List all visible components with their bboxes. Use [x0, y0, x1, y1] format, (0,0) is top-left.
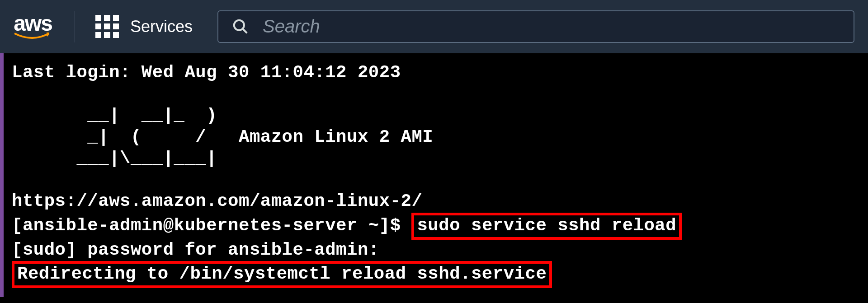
terminal-prompt: [ansible-admin@kubernetes-server ~]$: [12, 216, 411, 236]
terminal[interactable]: Last login: Wed Aug 30 11:04:12 2023 __|…: [0, 53, 868, 297]
aws-logo-text: aws: [14, 13, 52, 34]
svg-line-1: [243, 28, 247, 33]
search-icon: [232, 18, 249, 35]
terminal-output-line: Redirecting to /bin/systemctl reload ssh…: [12, 261, 860, 288]
aws-logo[interactable]: aws: [14, 13, 52, 41]
header-divider: [75, 11, 75, 42]
services-button[interactable]: Services: [95, 15, 193, 38]
terminal-url: https://aws.amazon.com/amazon-linux-2/: [12, 191, 860, 213]
aws-smile-icon: [14, 33, 52, 41]
terminal-command-highlight: sudo service sshd reload: [411, 213, 682, 240]
terminal-last-login: Last login: Wed Aug 30 11:04:12 2023: [12, 62, 860, 84]
terminal-sudo-prompt: [sudo] password for ansible-admin:: [12, 240, 860, 261]
aws-console-header: aws Services: [0, 0, 868, 53]
terminal-blank: [12, 170, 860, 191]
terminal-prompt-line: [ansible-admin@kubernetes-server ~]$ sud…: [12, 213, 860, 240]
terminal-output-highlight: Redirecting to /bin/systemctl reload ssh…: [12, 261, 552, 288]
search-box[interactable]: [217, 10, 854, 43]
search-input[interactable]: [263, 16, 840, 37]
terminal-banner-line: __| __|_ ): [12, 105, 860, 127]
grid-icon: [95, 15, 119, 38]
terminal-banner-line: _| ( / Amazon Linux 2 AMI: [12, 127, 860, 149]
services-label: Services: [130, 17, 193, 36]
terminal-blank: [12, 84, 860, 106]
svg-point-0: [234, 20, 244, 30]
terminal-banner-line: ___|\___|___|: [12, 148, 860, 170]
